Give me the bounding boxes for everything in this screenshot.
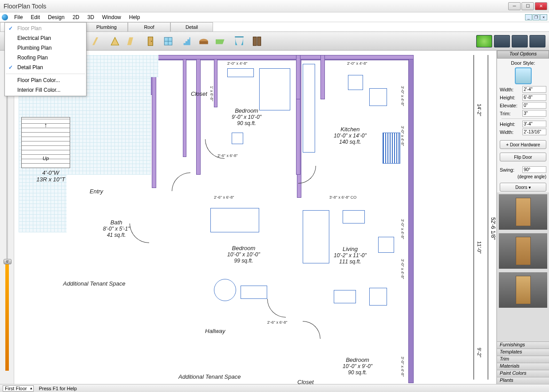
furniture-bed[interactable] [210, 208, 259, 232]
floor-selector[interactable]: First Floor [3, 385, 34, 392]
wall-interior[interactable] [296, 55, 300, 99]
library-door-1[interactable] [499, 194, 547, 230]
dd-floor-plan-color[interactable]: Floor Plan Color... [5, 75, 86, 85]
deck-icon[interactable] [197, 35, 210, 48]
doors-dropdown-button[interactable]: Doors ▾ [500, 183, 546, 192]
furniture-bed[interactable] [259, 68, 290, 110]
mdi-minimize-button[interactable]: _ [525, 14, 532, 20]
furniture-fridge[interactable] [383, 133, 400, 164]
stairs[interactable]: ↑ Up [21, 117, 70, 168]
tab-roof[interactable]: Roof [128, 22, 170, 31]
library-door-2[interactable] [499, 233, 547, 269]
floorplan-canvas[interactable]: ↑ Up 4'-0"W 13R x 10"T Closet Bedroom 9'… [14, 51, 497, 384]
mdi-restore-button[interactable]: ❐ [533, 14, 540, 20]
menu-file[interactable]: File [11, 13, 26, 21]
swing-input[interactable] [522, 166, 546, 173]
view-blueprint-1-button[interactable] [494, 35, 510, 47]
dd-electrical-plan[interactable]: Electrical Plan [5, 33, 86, 43]
wall-left-icon[interactable] [91, 35, 104, 48]
furniture-sofa[interactable] [303, 210, 329, 263]
floor-grid-icon[interactable] [215, 35, 228, 48]
category-materials[interactable]: Materials [497, 363, 549, 370]
furniture-chair[interactable] [369, 288, 387, 306]
close-button[interactable]: ✕ [535, 2, 547, 10]
wall-interior[interactable] [214, 55, 217, 107]
furniture-ottoman[interactable] [334, 290, 356, 303]
dd-floor-plan[interactable]: ✓Floor Plan [5, 24, 86, 33]
wall-inner-icon[interactable] [126, 35, 139, 48]
view-blueprint-2-button[interactable] [512, 35, 528, 47]
menu-2d[interactable]: 2D [69, 13, 83, 21]
height2-input[interactable] [522, 121, 546, 127]
width-input[interactable] [522, 86, 546, 93]
svg-rect-7 [199, 41, 208, 44]
dd-detail-plan[interactable]: ✓Detail Plan [5, 63, 86, 72]
menu-help[interactable]: Help [126, 13, 144, 21]
view-photo-button[interactable] [529, 35, 545, 47]
wall-exterior[interactable] [408, 55, 414, 383]
width2-input[interactable] [522, 129, 546, 135]
library-door-3[interactable] [499, 272, 547, 308]
door-swing[interactable] [172, 172, 190, 191]
furniture-round-table[interactable] [214, 279, 236, 301]
category-paint-colors[interactable]: Paint Colors [497, 370, 549, 377]
furniture-table[interactable] [369, 88, 387, 106]
flip-door-button[interactable]: Flip Door [500, 153, 546, 161]
wall-interior[interactable] [196, 55, 201, 175]
door-swing[interactable] [130, 223, 149, 243]
wall-interior[interactable] [320, 55, 325, 99]
category-furnishings[interactable]: Furnishings [497, 341, 549, 349]
closet-label: Closet [191, 90, 207, 97]
mdi-close-button[interactable]: × [540, 14, 547, 20]
dd-roofing-plan[interactable]: Roofing Plan [5, 53, 86, 63]
category-trim[interactable]: Trim [497, 356, 549, 363]
menu-edit[interactable]: Edit [27, 13, 43, 21]
dim-label: 3'-0" x 4'-8" [400, 357, 405, 376]
category-templates[interactable]: Templates [497, 349, 549, 356]
wall-interior[interactable] [152, 55, 414, 59]
door-style-label: Door Style: [500, 60, 546, 66]
furniture-chair[interactable] [348, 75, 363, 90]
curtain-icon[interactable] [233, 35, 246, 48]
elevate-input[interactable] [522, 102, 546, 109]
menu-design[interactable]: Design [44, 13, 68, 21]
dd-plumbing-plan[interactable]: Plumbing Plan [5, 43, 86, 53]
door-icon[interactable] [144, 35, 157, 48]
wall-interior[interactable] [183, 55, 186, 157]
stairs-up-label: Up [43, 156, 49, 161]
furniture-dresser[interactable] [227, 68, 254, 77]
tab-detail[interactable]: Detail [170, 22, 213, 31]
dim-label: 2'-6" x 6'-8" [267, 320, 287, 325]
double-door-icon[interactable] [250, 35, 264, 48]
door-swing[interactable] [267, 299, 286, 318]
slider-thumb[interactable]: 0' [4, 259, 12, 264]
furniture-tv[interactable] [343, 210, 365, 223]
window-title: FloorPlan Tools [2, 3, 46, 10]
maximize-button[interactable]: ☐ [521, 2, 534, 10]
floorplan: ↑ Up 4'-0"W 13R x 10"T Closet Bedroom 9'… [19, 55, 454, 383]
door-swing[interactable] [298, 166, 316, 184]
tab-plumbing[interactable]: Plumbing [85, 22, 128, 31]
swing-note: (degree angle) [500, 174, 546, 179]
window-icon[interactable] [162, 35, 175, 48]
menu-window[interactable]: Window [99, 13, 125, 21]
stairs-icon[interactable] [179, 35, 193, 48]
trim-input[interactable] [522, 110, 546, 117]
minimize-button[interactable]: ─ [508, 2, 521, 10]
furniture-dresser[interactable] [241, 286, 267, 299]
door-style-preview[interactable] [515, 67, 532, 84]
tool-options-panel: Tool Options Door Style: Width: Height: … [497, 51, 549, 384]
door-hardware-button[interactable]: + Door Hardware [500, 140, 546, 149]
height-input[interactable] [522, 94, 546, 101]
furniture-nightstand[interactable] [232, 133, 243, 144]
eco-icon[interactable] [476, 35, 492, 47]
statusbar: First Floor Press F1 for Help [0, 384, 549, 392]
furniture-chair[interactable] [378, 237, 394, 253]
category-plants[interactable]: Plants [497, 377, 549, 384]
menu-3d[interactable]: 3D [84, 13, 98, 21]
door-swing[interactable] [303, 321, 320, 339]
wall-outer-icon[interactable] [108, 35, 122, 48]
furniture-counter[interactable] [303, 64, 315, 153]
dd-interior-fill-color[interactable]: Interior Fill Color... [5, 85, 86, 95]
closet2-label: Closet [297, 379, 314, 384]
